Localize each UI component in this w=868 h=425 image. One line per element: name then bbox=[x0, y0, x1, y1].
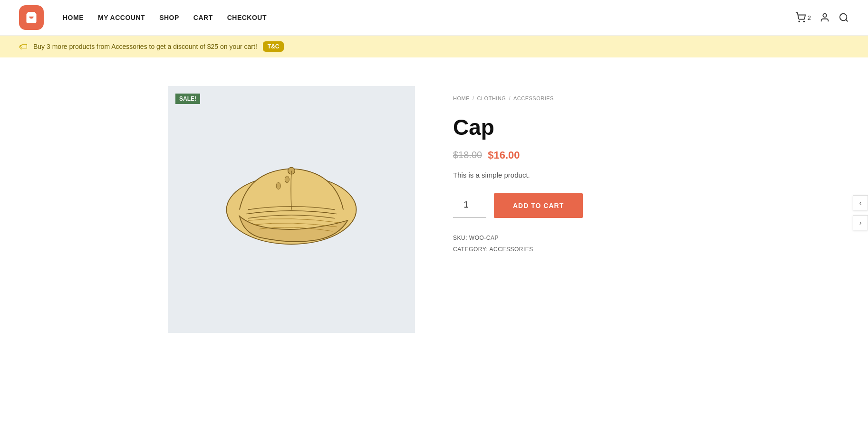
product-image bbox=[205, 145, 378, 274]
promo-text: Buy 3 more products from Accessories to … bbox=[33, 43, 257, 50]
breadcrumb-sep-1: / bbox=[473, 95, 474, 101]
product-title: Cap bbox=[453, 115, 700, 140]
header-cart-icon bbox=[795, 12, 806, 23]
product-image-area: SALE! bbox=[168, 86, 415, 333]
nav-home[interactable]: HOME bbox=[63, 14, 84, 21]
nav-my-account[interactable]: MY ACCOUNT bbox=[98, 14, 145, 21]
breadcrumb-accessories[interactable]: ACCESSORIES bbox=[513, 95, 554, 101]
product-info-area: HOME / CLOTHING / ACCESSORIES Cap $18.00… bbox=[453, 86, 700, 333]
header-left: HOME MY ACCOUNT SHOP CART CHECKOUT bbox=[19, 5, 267, 30]
nav-checkout[interactable]: CHECKOUT bbox=[227, 14, 267, 21]
sku-row: SKU: WOO-CAP bbox=[453, 232, 700, 244]
breadcrumb: HOME / CLOTHING / ACCESSORIES bbox=[453, 95, 700, 101]
svg-point-2 bbox=[823, 14, 826, 17]
breadcrumb-clothing[interactable]: CLOTHING bbox=[477, 95, 506, 101]
quantity-input[interactable] bbox=[453, 193, 486, 218]
account-icon bbox=[820, 12, 830, 23]
prev-arrow-button[interactable]: ‹ bbox=[853, 195, 868, 210]
main-nav: HOME MY ACCOUNT SHOP CART CHECKOUT bbox=[63, 13, 267, 22]
svg-point-7 bbox=[276, 182, 280, 189]
promo-tag-icon: 🏷 bbox=[19, 42, 28, 52]
side-arrows: ‹ › bbox=[853, 195, 868, 230]
category-label: CATEGORY: bbox=[453, 246, 488, 253]
product-image-box bbox=[168, 86, 415, 333]
svg-point-3 bbox=[840, 14, 847, 21]
tc-button[interactable]: T&C bbox=[263, 41, 284, 52]
category-value: ACCESSORIES bbox=[490, 246, 533, 253]
nav-cart[interactable]: CART bbox=[193, 14, 213, 21]
account-button[interactable] bbox=[820, 12, 830, 23]
svg-point-0 bbox=[799, 21, 800, 22]
sale-badge: SALE! bbox=[175, 94, 200, 104]
sku-label: SKU: bbox=[453, 235, 467, 241]
add-to-cart-button[interactable]: ADD TO CART bbox=[494, 193, 583, 218]
next-arrow-button[interactable]: › bbox=[853, 215, 868, 230]
main-content: SALE! bbox=[149, 57, 719, 361]
add-to-cart-row: ADD TO CART bbox=[453, 193, 700, 218]
nav-shop[interactable]: SHOP bbox=[159, 14, 179, 21]
sku-value: WOO-CAP bbox=[469, 235, 499, 241]
new-price: $16.00 bbox=[488, 149, 520, 161]
product-description: This is a simple product. bbox=[453, 171, 700, 179]
svg-point-1 bbox=[803, 21, 804, 22]
search-button[interactable] bbox=[839, 12, 849, 23]
old-price: $18.00 bbox=[453, 150, 482, 161]
search-icon bbox=[839, 12, 849, 23]
cart-count: 2 bbox=[808, 14, 811, 21]
header: HOME MY ACCOUNT SHOP CART CHECKOUT 2 bbox=[0, 0, 868, 36]
category-row: CATEGORY: ACCESSORIES bbox=[453, 244, 700, 255]
header-right: 2 bbox=[795, 12, 849, 23]
svg-point-8 bbox=[285, 176, 289, 183]
breadcrumb-home[interactable]: HOME bbox=[453, 95, 470, 101]
svg-line-4 bbox=[846, 19, 848, 21]
breadcrumb-sep-2: / bbox=[509, 95, 511, 101]
cart-logo-icon bbox=[25, 11, 38, 24]
promo-banner: 🏷 Buy 3 more products from Accessories t… bbox=[0, 36, 868, 57]
logo[interactable] bbox=[19, 5, 44, 30]
product-meta: SKU: WOO-CAP CATEGORY: ACCESSORIES bbox=[453, 232, 700, 255]
price-area: $18.00 $16.00 bbox=[453, 149, 700, 161]
header-cart[interactable]: 2 bbox=[795, 12, 811, 23]
